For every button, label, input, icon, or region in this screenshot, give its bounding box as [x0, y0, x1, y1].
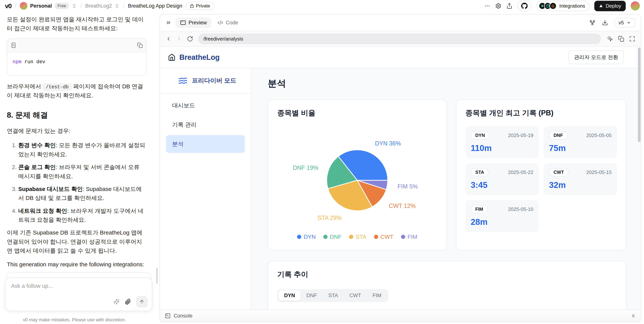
fullscreen-icon — [629, 36, 635, 42]
trend-tab-CWT[interactable]: CWT — [344, 290, 367, 301]
integrations-button[interactable]: Integrations — [536, 1, 589, 11]
fullscreen-button[interactable] — [629, 36, 635, 42]
settings-button[interactable] — [495, 3, 502, 9]
github-button[interactable] — [517, 0, 532, 12]
pie-label-DYN: DYN 36% — [375, 140, 401, 147]
workspace: 모든 설정이 완료되면 앱을 재시작하고 로그인 및 데이터 접근이 제대로 작… — [0, 12, 644, 324]
copy-window-icon — [618, 36, 624, 42]
chat-paragraph: This generation may require the followin… — [7, 260, 146, 269]
pie-legend: DYNDNFSTACWTFIM — [277, 234, 437, 240]
terminal-icon — [11, 42, 16, 48]
v0-logo[interactable]: v0 — [5, 2, 12, 10]
legend-label: STA — [356, 234, 366, 240]
team-avatar — [20, 2, 28, 10]
legend-label: DYN — [304, 234, 316, 240]
console-label: Console — [174, 313, 192, 319]
app-scrollbar[interactable] — [638, 47, 640, 310]
attach-button[interactable] — [125, 299, 131, 305]
breadcrumb-separator: / — [123, 3, 124, 9]
code-text: run dev — [22, 59, 45, 65]
code-block-header — [7, 39, 146, 52]
team-name: Personal — [30, 3, 52, 9]
code-block-body: npm run dev — [7, 52, 146, 76]
share-icon — [506, 3, 512, 9]
trend-tab-FIM[interactable]: FIM — [367, 290, 387, 301]
console-bar[interactable]: Console — [160, 310, 641, 322]
download-icon — [602, 20, 608, 26]
sidebar-item-2[interactable]: 기록 관리 — [166, 116, 245, 134]
app-brand[interactable]: BreatheLog — [180, 53, 220, 62]
deploy-button[interactable]: Deploy — [594, 1, 626, 11]
chat-input[interactable]: Ask a follow up... — [11, 283, 146, 289]
collapse-panel-button[interactable] — [166, 20, 172, 26]
app-window-icon — [180, 20, 186, 26]
trend-tab-DNF[interactable]: DNF — [301, 290, 323, 301]
trend-tab-STA[interactable]: STA — [323, 290, 344, 301]
download-button[interactable] — [602, 20, 608, 26]
send-button[interactable] — [136, 296, 148, 307]
admin-mode-button[interactable]: 관리자 모드로 전환 — [568, 50, 624, 64]
pb-date: 2025-05-22 — [508, 170, 533, 175]
chevron-updown-icon[interactable] — [72, 4, 77, 8]
disclaimer: v0 may make mistakes. Please use with di… — [0, 317, 149, 322]
breadcrumb-team[interactable]: Personal Free — [20, 2, 77, 10]
pb-badge: CWT — [549, 168, 568, 176]
code-icon — [218, 20, 223, 26]
url-field[interactable]: /freediver/analysis — [198, 34, 601, 44]
tab-preview[interactable]: Preview — [176, 18, 211, 28]
version-label: v5 — [619, 20, 624, 26]
deploy-label: Deploy — [606, 3, 621, 9]
home-icon[interactable] — [168, 54, 176, 61]
code-block: npm run dev — [7, 38, 146, 76]
forward-button[interactable] — [176, 36, 182, 42]
inline-code: /test-db — [43, 84, 72, 90]
breadcrumb-separator: / — [15, 3, 16, 9]
sidebar-item-1[interactable]: 대시보드 — [166, 97, 245, 114]
back-button[interactable] — [166, 36, 172, 42]
app-scrollbar-thumb[interactable] — [638, 48, 640, 142]
chevron-updown-icon[interactable] — [114, 4, 120, 8]
copy-icon — [137, 42, 143, 48]
more-options-button[interactable] — [484, 3, 490, 9]
troubleshoot-item: 환경 변수 확인: 모든 환경 변수가 올바르게 설정되었는지 확인하세요. — [18, 141, 146, 159]
pb-badge: DYN — [471, 131, 490, 140]
refresh-button[interactable] — [187, 36, 193, 42]
user-avatar[interactable] — [631, 1, 640, 10]
breadcrumb-project[interactable]: BreathLog2 — [85, 3, 120, 9]
chat-scrollbar[interactable] — [156, 268, 158, 284]
pb-card: 종목별 개인 최고 기록 (PB) DYN2025-05-19110mDNF20… — [456, 99, 626, 250]
sparkles-button[interactable] — [114, 299, 120, 305]
share-button[interactable] — [506, 3, 512, 9]
sidebar-mode-header: 프리다이버 모드 — [160, 68, 251, 94]
legend-label: FIM — [408, 234, 418, 240]
inspect-button[interactable] — [607, 36, 613, 42]
privacy-badge[interactable]: Private — [186, 2, 214, 10]
copy-code-button[interactable] — [137, 42, 143, 48]
legend-item-FIM: FIM — [401, 234, 418, 240]
legend-label: CWT — [380, 234, 394, 240]
pb-badge: DNF — [549, 131, 568, 140]
vercel-triangle-icon — [599, 4, 603, 8]
trend-tab-DYN[interactable]: DYN — [278, 290, 301, 301]
plan-badge: Free — [54, 3, 69, 9]
arrow-up-icon — [139, 299, 145, 304]
expand-console-button[interactable] — [631, 313, 636, 318]
chat-paragraph: 연결에 문제가 있는 경우: — [7, 126, 146, 135]
version-selector[interactable]: v5 — [614, 18, 635, 28]
sidebar-item-3[interactable]: 분석 — [166, 135, 245, 153]
fork-button[interactable] — [589, 20, 596, 26]
legend-label: DNF — [330, 234, 342, 240]
pie-chart: DYN 36%DNF 19%STA 29%CWT 12%FIM 5% — [277, 119, 437, 230]
open-in-new-button[interactable] — [618, 36, 624, 42]
legend-dot — [323, 235, 328, 239]
pie-label-STA: STA 29% — [318, 214, 342, 221]
code-keyword: npm — [12, 59, 22, 65]
chat-input-actions — [114, 296, 148, 307]
chat-paragraph: 브라우저에서 /test-db 페이지에 접속하여 DB 연결이 제대로 작동하… — [7, 82, 146, 100]
legend-item-CWT: CWT — [374, 234, 394, 240]
legend-dot — [297, 235, 301, 239]
tab-code[interactable]: Code — [218, 20, 238, 26]
legend-dot — [401, 235, 405, 239]
app-header: BreatheLog 관리자 모드로 전환 — [160, 47, 641, 68]
pb-card-title: 종목별 개인 최고 기록 (PB) — [466, 108, 617, 118]
